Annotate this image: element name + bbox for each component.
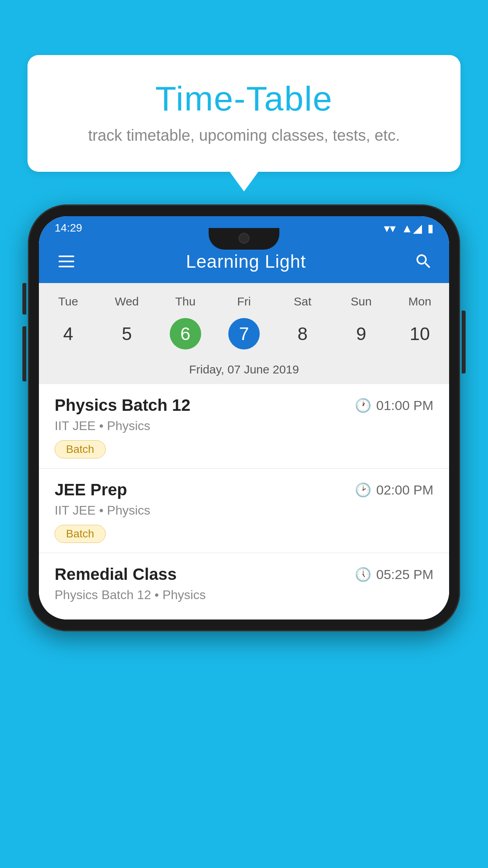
schedule-item-sub-3: Physics Batch 12 • Physics	[55, 588, 433, 602]
speech-bubble-title: Time-Table	[59, 79, 429, 119]
search-button[interactable]	[414, 252, 433, 271]
speech-bubble-subtitle: track timetable, upcoming classes, tests…	[59, 127, 429, 144]
date-7-selected[interactable]: 7	[215, 316, 273, 351]
date-4[interactable]: 4	[39, 316, 97, 351]
schedule-item-physics-batch[interactable]: Physics Batch 12 🕐 01:00 PM IIT JEE • Ph…	[39, 384, 449, 469]
schedule-item-sub-1: IIT JEE • Physics	[55, 419, 433, 433]
schedule-item-header-3: Remedial Class 🕔 05:25 PM	[55, 565, 433, 584]
schedule-item-name-2: JEE Prep	[55, 480, 127, 499]
day-wed: Wed	[97, 291, 156, 312]
time-value-2: 02:00 PM	[376, 482, 433, 498]
phone-btn-left	[22, 283, 26, 314]
days-row: Tue Wed Thu Fri Sat Sun Mon	[39, 291, 449, 316]
schedule-item-sub-2: IIT JEE • Physics	[55, 503, 433, 518]
hamburger-menu-button[interactable]	[55, 252, 78, 271]
menu-line-3	[59, 266, 74, 267]
speech-bubble-section: Time-Table track timetable, upcoming cla…	[28, 55, 460, 172]
status-icons: ▾▾ ▲◢ ▮	[384, 221, 433, 235]
schedule-item-header-2: JEE Prep 🕑 02:00 PM	[55, 480, 433, 499]
schedule-item-name-3: Remedial Class	[55, 565, 177, 584]
clock-icon-2: 🕑	[355, 482, 371, 498]
day-mon: Mon	[391, 291, 449, 312]
phone-btn-volume	[22, 326, 26, 381]
signal-icon: ▲◢	[401, 221, 422, 235]
date-10[interactable]: 10	[391, 316, 449, 351]
day-sat: Sat	[273, 291, 332, 312]
phone-frame: 14:29 ▾▾ ▲◢ ▮ Learning Light	[28, 204, 460, 631]
app-title: Learning Light	[186, 251, 306, 272]
schedule-list: Physics Batch 12 🕐 01:00 PM IIT JEE • Ph…	[39, 384, 449, 620]
clock-icon-3: 🕔	[355, 566, 371, 582]
day-tue: Tue	[39, 291, 97, 312]
schedule-item-remedial[interactable]: Remedial Class 🕔 05:25 PM Physics Batch …	[39, 553, 449, 620]
calendar-strip: Tue Wed Thu Fri Sat Sun Mon 4 5	[39, 283, 449, 384]
menu-line-1	[59, 256, 74, 257]
battery-icon: ▮	[427, 222, 433, 235]
day-thu: Thu	[156, 291, 215, 312]
date-5[interactable]: 5	[97, 316, 156, 351]
dates-row: 4 5 6 7 8 9	[39, 316, 449, 357]
phone-notch	[209, 228, 279, 250]
status-time: 14:29	[55, 222, 82, 234]
menu-line-2	[59, 261, 74, 262]
phone-wrapper: 14:29 ▾▾ ▲◢ ▮ Learning Light	[28, 204, 460, 631]
time-value-1: 01:00 PM	[376, 398, 433, 413]
schedule-item-time-2: 🕑 02:00 PM	[355, 482, 433, 498]
wifi-icon: ▾▾	[384, 221, 396, 235]
date-8[interactable]: 8	[273, 316, 332, 351]
schedule-item-name-1: Physics Batch 12	[55, 396, 191, 415]
phone-btn-right	[462, 311, 466, 373]
schedule-item-time-1: 🕐 01:00 PM	[355, 397, 433, 413]
phone-camera	[238, 233, 250, 244]
schedule-item-time-3: 🕔 05:25 PM	[355, 566, 433, 582]
date-9[interactable]: 9	[332, 316, 391, 351]
phone-screen: 14:29 ▾▾ ▲◢ ▮ Learning Light	[39, 216, 449, 620]
day-fri: Fri	[215, 291, 273, 312]
selected-date-label: Friday, 07 June 2019	[39, 357, 449, 384]
batch-tag-2: Batch	[55, 525, 106, 543]
clock-icon-1: 🕐	[355, 397, 371, 413]
speech-bubble: Time-Table track timetable, upcoming cla…	[28, 55, 460, 172]
schedule-item-jee-prep[interactable]: JEE Prep 🕑 02:00 PM IIT JEE • Physics Ba…	[39, 469, 449, 553]
time-value-3: 05:25 PM	[376, 567, 433, 582]
batch-tag-1: Batch	[55, 440, 106, 458]
date-6-today[interactable]: 6	[156, 316, 215, 351]
day-sun: Sun	[332, 291, 391, 312]
schedule-item-header-1: Physics Batch 12 🕐 01:00 PM	[55, 396, 433, 415]
